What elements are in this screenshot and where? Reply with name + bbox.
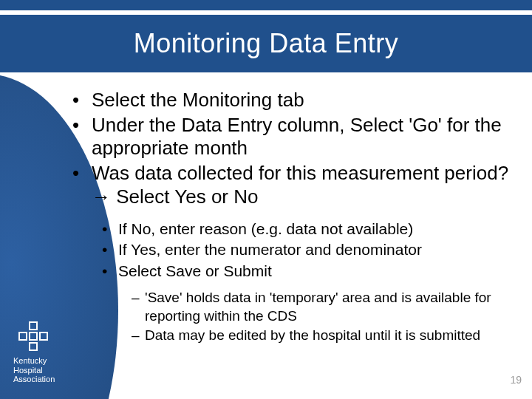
logo-line: Association	[13, 375, 65, 384]
list-item: If No, enter reason (e.g. data not avail…	[102, 219, 510, 239]
list-item-text: Was data collected for this measurement …	[92, 162, 508, 208]
slide-body: Select the Monitoring tab Under the Data…	[0, 72, 532, 344]
list-item: 'Save' holds data in 'temporary' area an…	[132, 289, 510, 325]
list-item-text: Select Save or Submit	[118, 262, 272, 279]
logo-cross-icon	[18, 321, 49, 352]
list-item: Data may be edited by the hospital until…	[132, 327, 510, 344]
logo-line: Kentucky	[13, 356, 65, 366]
accent-bar-top	[0, 0, 532, 10]
kha-logo: Kentucky Hospital Association	[13, 321, 65, 384]
bullet-list-level1: Select the Monitoring tab Under the Data…	[72, 89, 510, 344]
list-item: Select Save or Submit 'Save' holds data …	[102, 262, 510, 344]
page-number: 19	[510, 374, 522, 386]
slide-title: Monitoring Data Entry	[134, 28, 399, 59]
list-item: Was data collected for this measurement …	[72, 162, 510, 344]
logo-line: Hospital	[13, 366, 65, 375]
bullet-list-level3: 'Save' holds data in 'temporary' area an…	[132, 289, 510, 344]
bullet-list-level2: If No, enter reason (e.g. data not avail…	[102, 219, 510, 345]
list-item: Under the Data Entry column, Select 'Go'…	[72, 114, 510, 160]
title-bar: Monitoring Data Entry	[0, 15, 532, 72]
logo-text: Kentucky Hospital Association	[13, 356, 65, 384]
list-item: Select the Monitoring tab	[72, 89, 510, 112]
list-item: If Yes, enter the numerator and denomina…	[102, 240, 510, 260]
